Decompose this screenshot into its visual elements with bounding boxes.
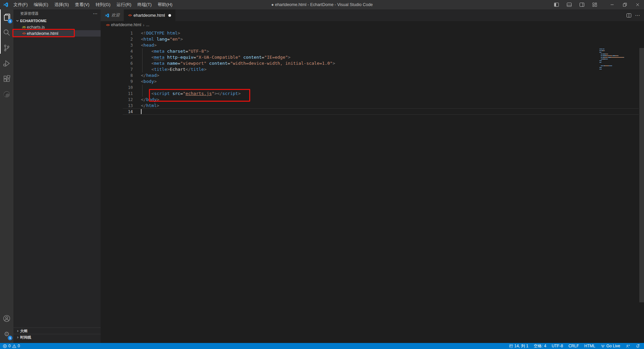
problems-errors[interactable]: 0 bbox=[3, 344, 11, 348]
debug-icon bbox=[3, 59, 11, 67]
explorer-badge: 1 bbox=[8, 19, 12, 23]
search-icon bbox=[3, 29, 11, 37]
code-line-2[interactable]: 2<html lang="en"> bbox=[101, 36, 644, 42]
vscode-logo-icon bbox=[3, 2, 8, 7]
error-count: 0 bbox=[8, 344, 11, 348]
code-line-1[interactable]: 1<!DOCTYPE html> bbox=[101, 30, 644, 36]
panel-header-1[interactable]: ›时间线 bbox=[13, 334, 101, 340]
split-editor-icon[interactable] bbox=[626, 13, 632, 18]
tab-ehartdeome-html[interactable]: <> ehartdeome.html bbox=[124, 9, 175, 21]
tab-label: 欢迎 bbox=[111, 12, 120, 18]
account-icon bbox=[3, 314, 11, 322]
customize-layout-icon[interactable] bbox=[588, 0, 601, 9]
more-actions-icon[interactable]: ⋯ bbox=[93, 11, 98, 16]
extensions-icon bbox=[3, 75, 11, 83]
editor-group: 欢迎 <> ehartdeome.html ⋯ <> ehartdeome.ht… bbox=[101, 9, 644, 343]
menu-item-r[interactable]: 运行(R) bbox=[113, 0, 134, 9]
code-line-11[interactable]: 11 <script src="echarts.js"></script> bbox=[101, 91, 644, 97]
breadcrumb-file[interactable]: ehartdeome.html bbox=[111, 22, 141, 27]
line-number: 7 bbox=[101, 66, 133, 72]
go-live-button[interactable]: Go Live bbox=[601, 344, 620, 348]
line-content: <script src="echarts.js"></script> bbox=[141, 91, 240, 97]
menu-item-s[interactable]: 选择(S) bbox=[51, 0, 72, 9]
line-number: 13 bbox=[101, 103, 133, 109]
tab-label: ehartdeome.html bbox=[133, 13, 165, 18]
breadcrumb-more[interactable]: ... bbox=[146, 22, 149, 27]
tab-bar: 欢迎 <> ehartdeome.html ⋯ bbox=[101, 9, 644, 21]
feedback-person-icon bbox=[626, 344, 630, 348]
toggle-primary-sidebar-icon[interactable] bbox=[550, 0, 563, 9]
close-button[interactable] bbox=[631, 0, 644, 9]
eol-sequence[interactable]: CRLF bbox=[569, 344, 579, 348]
minimap[interactable] bbox=[599, 49, 628, 72]
code-line-8[interactable]: 8</head> bbox=[101, 72, 644, 79]
chevron-down-icon bbox=[15, 19, 20, 22]
line-number: 2 bbox=[101, 36, 133, 42]
problems-warnings[interactable]: 0 bbox=[12, 344, 20, 348]
file-row-echarts-js[interactable]: JSecharts.js bbox=[13, 24, 101, 30]
code-line-13[interactable]: 13</html> bbox=[101, 103, 644, 109]
code-line-14[interactable]: 14 bbox=[101, 109, 644, 115]
code-line-6[interactable]: 6 <meta name="viewport" content="width=d… bbox=[101, 60, 644, 66]
code-line-3[interactable]: 3<head> bbox=[101, 42, 644, 48]
menu-item-v[interactable]: 查看(V) bbox=[72, 0, 92, 9]
line-content: <meta charset="UTF-8"> bbox=[141, 48, 209, 54]
code-line-5[interactable]: 5 <meta http-equiv="X-UA-Compatible" con… bbox=[101, 54, 644, 60]
sidebar-item-extensions[interactable] bbox=[0, 71, 13, 87]
sidebar-item-search[interactable] bbox=[0, 25, 13, 40]
menu-item-g[interactable]: 转到(G) bbox=[93, 0, 114, 9]
code-line-7[interactable]: 7 <title>Echart</title> bbox=[101, 66, 644, 72]
more-actions-icon[interactable]: ⋯ bbox=[635, 12, 640, 18]
vertical-scrollbar[interactable] bbox=[639, 48, 644, 302]
vscode-logo-icon bbox=[105, 13, 109, 18]
code-line-4[interactable]: 4 <meta charset="UTF-8"> bbox=[101, 48, 644, 54]
menu-item-e[interactable]: 编辑(E) bbox=[31, 0, 51, 9]
status-bar: 0 0 行 14, 列 1 空格: 4 UTF-8 CRLF HTML Go L… bbox=[0, 343, 644, 349]
script-src-link[interactable]: echarts.js bbox=[185, 91, 212, 96]
minimize-button[interactable] bbox=[606, 0, 619, 9]
line-number: 3 bbox=[101, 42, 133, 48]
code-line-12[interactable]: 12</body> bbox=[101, 97, 644, 103]
menu-item-h[interactable]: 帮助(H) bbox=[155, 0, 175, 9]
code-line-10[interactable]: 10 bbox=[101, 85, 644, 91]
chevron-right-icon: › bbox=[15, 335, 20, 340]
text-cursor bbox=[141, 109, 142, 114]
accounts-button[interactable] bbox=[0, 311, 13, 326]
sidebar-item-edge-tools[interactable] bbox=[0, 87, 13, 102]
restore-button[interactable] bbox=[619, 0, 631, 9]
indentation[interactable]: 空格: 4 bbox=[534, 343, 546, 349]
line-number: 11 bbox=[101, 91, 133, 97]
breadcrumb[interactable]: <> ehartdeome.html › ... bbox=[101, 21, 644, 29]
file-row-ehartdeome-html[interactable]: <>ehartdeome.html bbox=[13, 30, 101, 37]
line-content: <!DOCTYPE html> bbox=[141, 30, 180, 36]
language-mode[interactable]: HTML bbox=[584, 344, 595, 348]
sidebar-item-explorer[interactable]: 1 bbox=[0, 9, 13, 25]
panel-header-0[interactable]: ›大纲 bbox=[13, 328, 101, 334]
js-file-icon: JS bbox=[21, 26, 27, 29]
line-content: <meta http-equiv="X-UA-Compatible" conte… bbox=[141, 54, 290, 60]
bell-dot-icon bbox=[636, 344, 640, 348]
menu-item-f[interactable]: 文件(F) bbox=[10, 0, 31, 9]
sidebar-item-run-debug[interactable] bbox=[0, 56, 13, 71]
line-content: <meta name="viewport" content="width=dev… bbox=[141, 60, 335, 66]
sidebar-item-source-control[interactable] bbox=[0, 40, 13, 56]
menu-item-t[interactable]: 终端(T) bbox=[134, 0, 155, 9]
explorer-sidebar: 资源管理器 ⋯ ECHARTDOME JSecharts.js<>ehartde… bbox=[13, 9, 101, 343]
line-content: <body> bbox=[141, 79, 157, 85]
feedback-button[interactable] bbox=[626, 344, 630, 348]
encoding[interactable]: UTF-8 bbox=[552, 344, 563, 348]
toggle-secondary-sidebar-icon[interactable] bbox=[576, 0, 588, 9]
folder-row-echartdome[interactable]: ECHARTDOME bbox=[13, 17, 101, 24]
line-number: 8 bbox=[101, 72, 133, 79]
toggle-panel-icon[interactable] bbox=[563, 0, 576, 9]
settings-button[interactable]: ⚙ 1 bbox=[0, 326, 13, 342]
go-live-label: Go Live bbox=[606, 344, 620, 348]
tab-welcome[interactable]: 欢迎 bbox=[101, 9, 124, 21]
line-number: 4 bbox=[101, 48, 133, 54]
panel-label: 大纲 bbox=[20, 329, 28, 334]
cursor-position[interactable]: 行 14, 列 1 bbox=[509, 343, 528, 349]
unsaved-dot-icon[interactable] bbox=[168, 14, 171, 17]
notifications-button[interactable] bbox=[636, 344, 640, 348]
code-area[interactable]: 1<!DOCTYPE html>2<html lang="en">3<head>… bbox=[101, 29, 644, 343]
code-line-9[interactable]: 9<body> bbox=[101, 79, 644, 85]
